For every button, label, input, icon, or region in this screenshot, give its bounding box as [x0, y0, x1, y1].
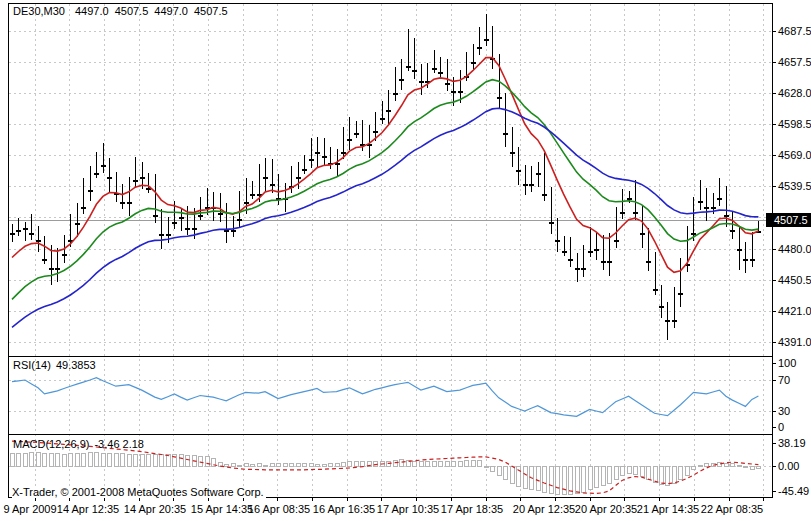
- time-scale-label: 14 Apr 12:35: [57, 503, 119, 515]
- price-scale-label: 4628.0: [778, 87, 811, 99]
- time-scale-label: 21 Apr 14:35: [637, 503, 699, 515]
- price-scale-label: 4450.5: [778, 274, 811, 286]
- time-scale-label: 20 Apr 20:35: [575, 503, 637, 515]
- rsi-value: 49.3853: [56, 359, 96, 371]
- price-scale-label: 4657.5: [778, 56, 811, 68]
- time-scale-label: 16 Apr 08:35: [248, 503, 310, 515]
- current-price-box: 4507.5: [766, 213, 811, 227]
- time-scale-label: 20 Apr 12:35: [513, 503, 575, 515]
- price-scale-label: 4569.0: [778, 149, 811, 161]
- rsi-indicator-label: RSI(14)49.3853: [13, 359, 101, 371]
- time-scale-label: 14 Apr 20:35: [124, 503, 186, 515]
- rsi-scale-label: 70: [778, 374, 790, 386]
- ema-fast: [12, 58, 758, 273]
- rsi-scale-label: 0: [778, 421, 784, 433]
- time-scale-label: 17 Apr 10:35: [377, 503, 439, 515]
- time-scale-label: 9 Apr 2009: [3, 503, 56, 515]
- macd-indicator-label: MACD(12,26,9)-3.46 2.18: [13, 438, 149, 450]
- price-scale-label: 4421.0: [778, 305, 811, 317]
- price-scale-label: 4391.0: [778, 336, 811, 348]
- rsi-name: RSI(14): [13, 359, 51, 371]
- rsi-line: [12, 378, 758, 417]
- time-scale-label: 17 Apr 18:35: [441, 503, 503, 515]
- open-value: 4497.0: [75, 5, 109, 17]
- close-value: 4507.5: [194, 5, 228, 17]
- time-scale-label: 15 Apr 14:35: [191, 503, 253, 515]
- macd-scale-label: -45.49: [778, 485, 809, 497]
- time-scale-label: 16 Apr 16:35: [313, 503, 375, 515]
- rsi-scale-label: 30: [778, 405, 790, 417]
- low-value: 4497.0: [154, 5, 188, 17]
- xtrader-chart-window: DE30,M304497.04507.54497.04507.5 RSI(14)…: [0, 0, 811, 521]
- price-scale-label: 4598.5: [778, 118, 811, 130]
- macd-scale-label: 0.00: [778, 460, 799, 472]
- ohlc-header: DE30,M304497.04507.54497.04507.5: [13, 5, 234, 17]
- macd-value: -3.46 2.18: [94, 438, 144, 450]
- rsi-scale-label: 100: [778, 357, 796, 369]
- copyright-notice: X-Trader, © 2001-2008 MetaQuotes Softwar…: [12, 486, 266, 498]
- ema-medium: [12, 80, 758, 300]
- macd-name: MACD(12,26,9): [13, 438, 89, 450]
- symbol-period-label: DE30,M30: [13, 5, 65, 17]
- time-scale-label: 22 Apr 08:35: [701, 503, 763, 515]
- time-scale[interactable]: 9 Apr 200914 Apr 12:3514 Apr 20:3515 Apr…: [0, 503, 811, 519]
- high-value: 4507.5: [115, 5, 149, 17]
- price-scale-label: 4480.0: [778, 243, 811, 255]
- macd-scale-label: 38.19: [778, 437, 806, 449]
- price-scale-label: 4687.5: [778, 25, 811, 37]
- price-scale-label: 4539.5: [778, 180, 811, 192]
